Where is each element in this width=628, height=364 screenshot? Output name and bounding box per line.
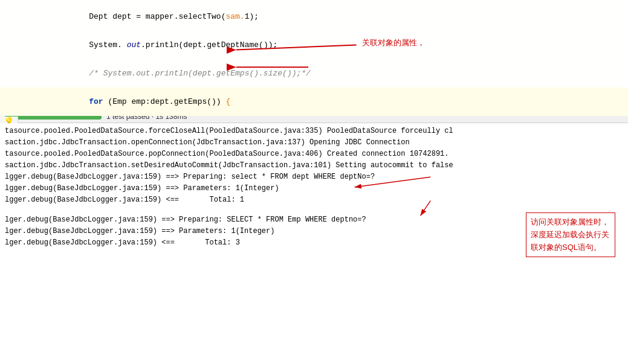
console-line-9: lger.debug(BaseJdbcLogger.java:159) ==> …: [2, 214, 628, 226]
code-line-3: /* System.out.println(dept.getEmps().siz…: [0, 59, 628, 88]
line-content-4: for (Emp emp:dept.getEmps()) {: [18, 88, 628, 115]
console-line-5: lgger.debug(BaseJdbcLogger.java:159) ==>…: [2, 171, 628, 183]
code-editor: Dept dept = mapper.selectTwo(sam.1); Sys…: [0, 0, 628, 97]
line-content-2: System. out.println(dept.getDeptName());: [18, 31, 628, 59]
console-line-10: lger.debug(BaseJdbcLogger.java:159) ==> …: [2, 226, 628, 237]
console-line-11: lger.debug(BaseJdbcLogger.java:159) <== …: [2, 237, 628, 249]
code-text: System. out.println(dept.getDeptName());: [51, 40, 277, 49]
console-line-7: lgger.debug(BaseJdbcLogger.java:159) <==…: [2, 194, 628, 206]
console-line-1: tasource.pooled.PooledDataSource.forceCl…: [2, 126, 628, 137]
console-wrapper: tasource.pooled.PooledDataSource.forceCl…: [0, 123, 628, 251]
code-text: for (Emp emp:dept.getEmps()) {: [51, 97, 230, 106]
line-content-3: /* System.out.println(dept.getEmps().siz…: [18, 60, 628, 87]
console-output: tasource.pooled.PooledDataSource.forceCl…: [0, 123, 628, 251]
console-line-2: saction.jdbc.JdbcTransaction.openConnect…: [2, 137, 628, 148]
code-line-2: System. out.println(dept.getDeptName());: [0, 31, 628, 59]
code-text: Dept dept = mapper.selectTwo(sam.1);: [51, 12, 259, 21]
code-line-1: Dept dept = mapper.selectTwo(sam.1);: [0, 2, 628, 31]
code-comment: /* System.out.println(dept.getEmps().siz…: [51, 69, 311, 78]
code-line-4: for (Emp emp:dept.getEmps()) {: [0, 88, 628, 116]
console-line-3: tasource.pooled.PooledDataSource.popConn…: [2, 148, 628, 160]
console-empty-line: [2, 206, 628, 214]
console-line-4: saction.jdbc.JdbcTransaction.setDesiredA…: [2, 160, 628, 171]
line-content-1: Dept dept = mapper.selectTwo(sam.1);: [18, 3, 628, 30]
console-line-6: lgger.debug(BaseJdbcLogger.java:159) ==>…: [2, 183, 628, 194]
